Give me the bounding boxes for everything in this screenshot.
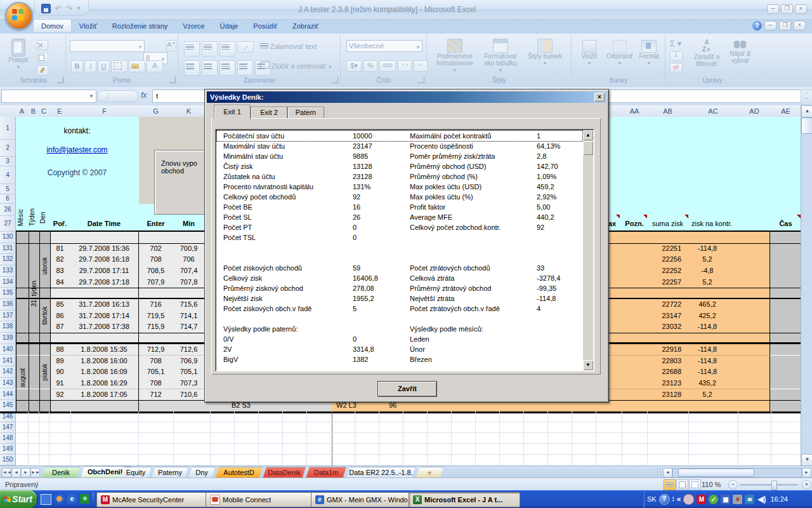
blue-app-icon[interactable]: ▦ (721, 495, 730, 504)
cell-por[interactable]: 91 (50, 378, 70, 389)
format-as-table-button[interactable]: Formátovať ako tabuľku▼ (480, 39, 521, 74)
conditional-formatting-button[interactable]: Podmienené formátovanie▼ (434, 39, 476, 74)
align-middle-icon[interactable] (202, 41, 218, 57)
cell-enter[interactable]: 702 (138, 243, 173, 254)
find-select-button[interactable]: Nájsť & vybrať (726, 39, 755, 64)
cell-styles-button[interactable]: Štýly buniek▼ (525, 39, 565, 67)
align-center-icon[interactable] (202, 60, 218, 76)
row-header-27[interactable]: 27 (0, 216, 16, 232)
result-row[interactable]: Počet ziskových obch.v řadě5Počet ztráto… (217, 304, 582, 314)
column-header-edge[interactable] (608, 105, 622, 117)
cell-enter[interactable]: 715,9 (138, 321, 173, 332)
prev-sheet-icon[interactable]: ◄ (11, 468, 21, 478)
cell-zisk-na-kontr[interactable]: -114,8 (688, 366, 726, 377)
cell-datetime[interactable]: 1.8.2008 16:00 (70, 356, 138, 366)
align-bottom-icon[interactable] (219, 41, 235, 57)
ribbon-tab-domov[interactable]: Domov (33, 19, 72, 32)
cell-datetime[interactable]: 31.7.2008 16:13 (70, 299, 138, 310)
cell-datetime[interactable]: 29.7.2008 16:18 (70, 254, 138, 265)
result-row[interactable]: BigV1382Březen (217, 354, 582, 364)
column-header-K[interactable]: K (173, 105, 205, 117)
scrollbar-thumb[interactable] (583, 141, 593, 155)
email-link[interactable]: info@jatester.com (16, 145, 138, 154)
font-name-combo[interactable]: ▼ (70, 40, 145, 52)
align-right-icon[interactable] (219, 60, 235, 76)
taskbar-button-ie[interactable]: eGMX - Mein GMX - Windo... (311, 492, 414, 507)
row-header-136[interactable]: 136 (0, 299, 16, 311)
workbook-restore-button[interactable]: ❒ (779, 21, 791, 30)
horizontal-scrollbar[interactable] (672, 468, 802, 478)
result-row[interactable]: Počet ziskových obchodů59Počet ztrátovýc… (217, 263, 582, 273)
row-header-6[interactable]: 6 (0, 194, 16, 204)
result-row[interactable]: Počet PT0Celkový počet zobchod.kontr.92 (217, 222, 582, 232)
cell-por[interactable]: 90 (50, 366, 70, 377)
cell-por[interactable]: 92 (50, 389, 70, 400)
row-header-3[interactable]: 3 (0, 157, 16, 166)
minimize-button[interactable]: ─ (767, 4, 779, 14)
insert-function-icon[interactable]: fx (141, 91, 147, 100)
currency-format-icon[interactable]: $▾ (346, 60, 362, 72)
save-icon[interactable] (41, 4, 51, 13)
increase-decimal-icon[interactable]: ⁺·⁰ (398, 60, 412, 72)
empty-rows-area[interactable] (16, 411, 801, 465)
cell-suma-zisk[interactable]: 22688 (647, 366, 681, 377)
underline-button[interactable]: U (98, 60, 110, 72)
name-box[interactable]: ▼ (1, 90, 96, 103)
expand-formula-bar-icon[interactable]: ˇˇ (801, 90, 812, 105)
wrap-text-button[interactable]: Zalamovať text (260, 43, 317, 50)
row-header-132[interactable]: 132 (0, 254, 16, 265)
next-sheet-icon[interactable]: ► (21, 468, 30, 478)
redo-icon[interactable]: ↷ (65, 4, 72, 13)
insert-cells-button[interactable]: Vložiť▼ (576, 40, 603, 67)
normal-view-icon[interactable] (664, 479, 676, 490)
page-break-view-icon[interactable] (689, 479, 701, 490)
column-header-AA[interactable]: AA (622, 105, 648, 117)
dialog-tab-exit-1[interactable]: Exit 1 (214, 105, 251, 119)
cell-datetime[interactable]: 1.8.2008 16:29 (70, 378, 138, 389)
show-desktop-icon[interactable] (41, 494, 51, 505)
column-header-G[interactable]: G (138, 105, 174, 117)
zoom-slider-track[interactable] (740, 484, 798, 486)
format-painter-icon[interactable] (37, 65, 48, 76)
cell-min[interactable]: 706,9 (173, 356, 204, 366)
cell-suma-zisk[interactable]: 23123 (647, 378, 681, 389)
row-header-5[interactable]: 5 (0, 184, 16, 194)
row-header-130[interactable]: 130 (0, 232, 16, 243)
name-box-dropdown-icon[interactable]: ▼ (89, 93, 94, 99)
zoom-in-icon[interactable]: + (802, 480, 811, 490)
column-header-A[interactable]: A (16, 105, 29, 117)
cell-datetime[interactable]: 29.7.2008 17:18 (70, 277, 138, 288)
green-app-icon[interactable]: ✳ (80, 494, 89, 504)
scroll-up-icon[interactable]: ▲ (583, 130, 593, 140)
workbook-minimize-button[interactable]: ─ (764, 21, 776, 30)
cell-enter[interactable]: 705,1 (138, 366, 173, 377)
cell-min[interactable]: 710,6 (173, 389, 204, 400)
cell-suma-zisk[interactable]: 22252 (647, 265, 681, 276)
column-header-AD[interactable]: AD (738, 105, 771, 117)
ribbon-tab-vložiť[interactable]: Vložiť (72, 20, 105, 32)
cell-por[interactable]: 82 (50, 254, 70, 265)
help-icon[interactable]: ? (752, 21, 762, 30)
cell-enter[interactable]: 716 (138, 299, 173, 310)
close-button[interactable]: × (795, 4, 807, 14)
cell-min[interactable]: 705,1 (173, 366, 204, 377)
cell-por[interactable]: 83 (50, 265, 70, 276)
row-header-139[interactable]: 139 (0, 333, 16, 344)
result-row[interactable]: Počet TSL0 (217, 232, 582, 243)
number-dialog-launcher[interactable] (418, 77, 424, 83)
cell-min[interactable]: 700,9 (173, 243, 204, 254)
column-header-F[interactable]: F (70, 105, 139, 117)
result-row[interactable]: Minimální stav účtu9885Poměr průměrný zi… (217, 151, 582, 161)
align-top-icon[interactable] (184, 41, 200, 57)
row-header-145[interactable]: 145 (0, 400, 16, 411)
cell-suma-zisk[interactable]: 22803 (647, 356, 681, 366)
bold-button[interactable]: B (71, 60, 83, 72)
media-player-icon[interactable] (55, 494, 64, 504)
cell-enter[interactable]: 708,5 (138, 265, 173, 276)
row-header-137[interactable]: 137 (0, 311, 16, 322)
cell-zisk-na-kontr[interactable]: -114,8 (688, 243, 726, 254)
cell-datetime[interactable]: 1.8.2008 16:09 (70, 366, 138, 377)
percent-format-icon[interactable]: % (363, 60, 377, 72)
taskbar-button-mobile[interactable]: ☎Mobile Connect (206, 492, 316, 507)
close-dialog-button[interactable]: Zavřít (377, 381, 437, 397)
